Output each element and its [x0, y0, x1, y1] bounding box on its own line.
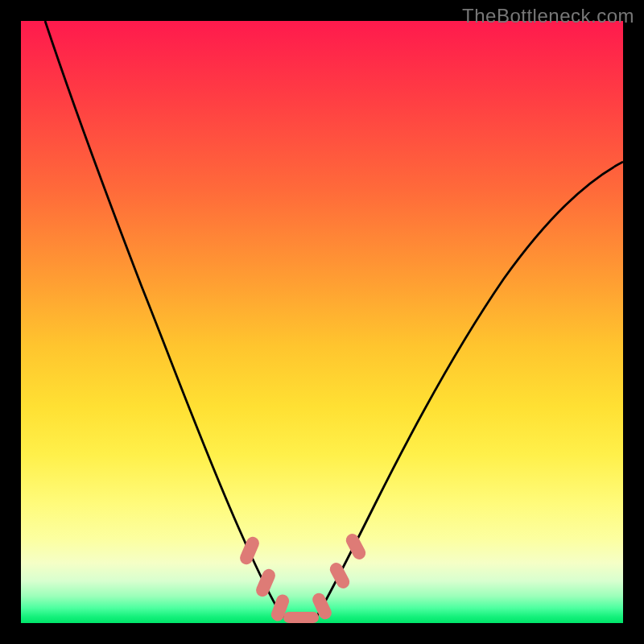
- marker-right-2: [328, 560, 352, 591]
- marker-bottom: [283, 612, 319, 623]
- plot-area: [21, 21, 623, 623]
- trough-markers: [238, 531, 368, 623]
- curve-layer: [21, 21, 623, 623]
- marker-left-1: [238, 535, 262, 566]
- bottleneck-curve: [45, 21, 623, 620]
- chart-frame: TheBottleneck.com: [0, 0, 644, 644]
- watermark-text: TheBottleneck.com: [462, 5, 634, 27]
